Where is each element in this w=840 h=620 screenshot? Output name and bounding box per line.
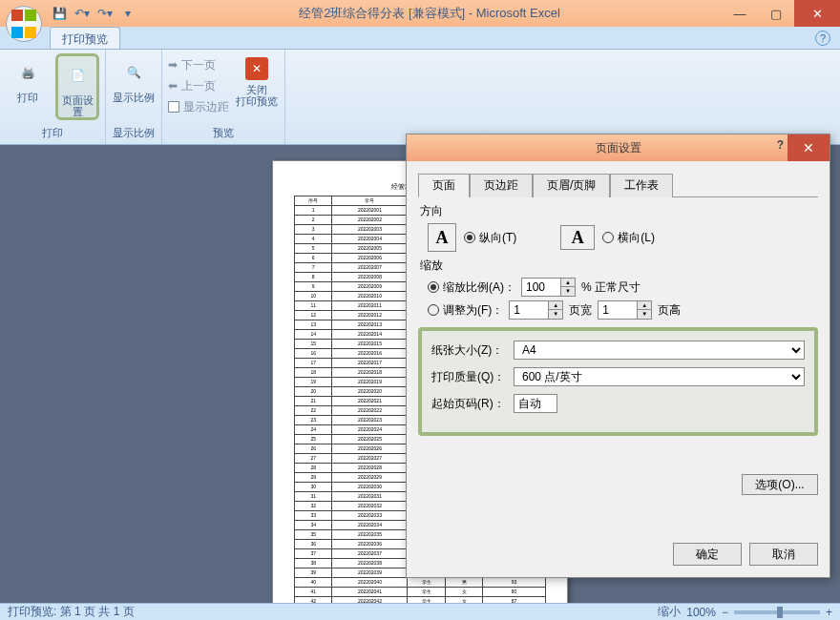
orientation-label: 方向	[420, 203, 818, 219]
portrait-radio[interactable]: 纵向(T)	[464, 230, 516, 246]
qat-more-icon[interactable]: ▾	[118, 4, 137, 23]
landscape-icon: A	[560, 225, 595, 250]
scale-percent-spinner[interactable]: ▲▼	[521, 278, 576, 297]
tab-sheet[interactable]: 工作表	[610, 174, 673, 197]
fit-width-spinner[interactable]: ▲▼	[509, 300, 563, 320]
paper-size-label: 纸张大小(Z)：	[431, 342, 514, 359]
maximize-button[interactable]: ▢	[758, 0, 794, 27]
status-zoom-label: 缩小	[658, 604, 681, 620]
ribbon: 🖨️ 打印 📄 页面设置 打印 🔍 显示比例 显示比例 ➡下一页 ⬅上一页 显示…	[0, 50, 840, 145]
fit-width-label: 页宽	[569, 302, 592, 319]
status-zoom-pct: 100%	[686, 606, 716, 619]
print-label: 打印	[17, 92, 38, 103]
zoom-label: 显示比例	[113, 92, 155, 103]
dialog-tabs: 页面 页边距 页眉/页脚 工作表	[418, 173, 818, 197]
magnifier-icon: 🔍	[118, 57, 149, 88]
zoom-button[interactable]: 🔍 显示比例	[112, 53, 156, 103]
scale-percent-input[interactable]	[521, 278, 561, 297]
status-bar: 打印预览: 第 1 页 共 1 页 缩小 100% − +	[0, 603, 840, 620]
paper-section-highlight: 纸张大小(Z)： A4 打印质量(Q)： 600 点/英寸 起始页码(R)：	[418, 327, 818, 436]
page-setup-dialog: 页面设置 ? ✕ 页面 页边距 页眉/页脚 工作表 方向 A 纵向(T) A 横…	[406, 134, 830, 578]
close-icon: ✕	[245, 57, 268, 80]
group-preview-label: 预览	[213, 126, 234, 140]
tab-page[interactable]: 页面	[418, 174, 470, 197]
show-margins-check[interactable]: 显示边距	[168, 97, 229, 116]
group-zoom: 🔍 显示比例 显示比例	[106, 50, 162, 144]
print-quality-select[interactable]: 600 点/英寸	[514, 367, 805, 386]
group-print: 🖨️ 打印 📄 页面设置 打印	[0, 50, 106, 144]
landscape-radio[interactable]: 横向(L)	[602, 230, 655, 246]
undo-icon[interactable]: ↶▾	[73, 4, 92, 23]
window-buttons: — ▢ ✕	[722, 0, 840, 27]
close-preview-button[interactable]: ✕ 关闭 打印预览	[235, 53, 279, 107]
close-label-1: 关闭	[246, 84, 267, 95]
save-icon[interactable]: 💾	[50, 4, 69, 23]
print-quality-label: 打印质量(Q)：	[431, 369, 514, 385]
ribbon-tab-row: 打印预览 ?	[0, 27, 840, 50]
dialog-title: 页面设置	[596, 140, 641, 156]
zoom-plus-button[interactable]: +	[826, 606, 832, 619]
portrait-icon: A	[428, 223, 456, 252]
fit-to-radio[interactable]: 调整为(F)：	[428, 302, 503, 319]
first-page-input[interactable]	[514, 394, 557, 413]
page-setup-button[interactable]: 📄 页面设置	[55, 53, 99, 120]
tab-print-preview[interactable]: 打印预览	[50, 27, 120, 49]
window-title: 经管2班综合得分表 [兼容模式] - Microsoft Excel	[137, 5, 722, 22]
tab-margins[interactable]: 页边距	[470, 174, 533, 197]
printer-icon: 🖨️	[12, 57, 43, 88]
quick-access-toolbar: 💾 ↶▾ ↷▾ ▾	[50, 4, 137, 23]
pct-suffix: % 正常尺寸	[581, 279, 640, 296]
next-page-button: ➡下一页	[168, 55, 229, 74]
dialog-close-button[interactable]: ✕	[788, 134, 830, 161]
help-icon[interactable]: ?	[815, 31, 830, 46]
fit-height-spinner[interactable]: ▲▼	[598, 300, 652, 320]
first-page-label: 起始页码(R)：	[431, 396, 514, 412]
tab-header-footer[interactable]: 页眉/页脚	[533, 174, 610, 197]
zoom-slider[interactable]	[734, 610, 820, 614]
group-preview: ➡下一页 ⬅上一页 显示边距 ✕ 关闭 打印预览 预览	[162, 50, 285, 144]
fit-width-input[interactable]	[509, 300, 549, 320]
page-setup-label: 页面设置	[58, 94, 96, 117]
office-button[interactable]	[6, 6, 42, 42]
fit-height-input[interactable]	[598, 300, 638, 320]
ok-button[interactable]: 确定	[673, 543, 742, 566]
fit-height-label: 页高	[658, 302, 681, 319]
paper-size-select[interactable]: A4	[514, 341, 805, 360]
status-page-info: 打印预览: 第 1 页 共 1 页	[8, 604, 135, 620]
options-button[interactable]: 选项(O)...	[742, 474, 818, 495]
nav-buttons: ➡下一页 ⬅上一页 显示边距	[168, 53, 229, 116]
dialog-help-button[interactable]: ?	[777, 138, 784, 152]
title-bar: 💾 ↶▾ ↷▾ ▾ 经管2班综合得分表 [兼容模式] - Microsoft E…	[0, 0, 840, 27]
redo-icon[interactable]: ↷▾	[95, 4, 115, 23]
page-setup-icon: 📄	[62, 60, 93, 91]
scale-percent-radio[interactable]: 缩放比例(A)：	[428, 279, 515, 296]
minimize-button[interactable]: —	[722, 0, 758, 27]
close-button[interactable]: ✕	[794, 0, 840, 27]
dialog-title-bar[interactable]: 页面设置 ? ✕	[407, 134, 830, 161]
print-button[interactable]: 🖨️ 打印	[6, 53, 50, 103]
scale-label: 缩放	[420, 258, 818, 274]
group-print-label: 打印	[42, 126, 63, 140]
cancel-button[interactable]: 取消	[749, 543, 818, 566]
close-label-2: 打印预览	[236, 95, 278, 107]
zoom-minus-button[interactable]: −	[722, 606, 728, 619]
group-zoom-label: 显示比例	[113, 126, 155, 140]
prev-page-button: ⬅上一页	[168, 76, 229, 95]
